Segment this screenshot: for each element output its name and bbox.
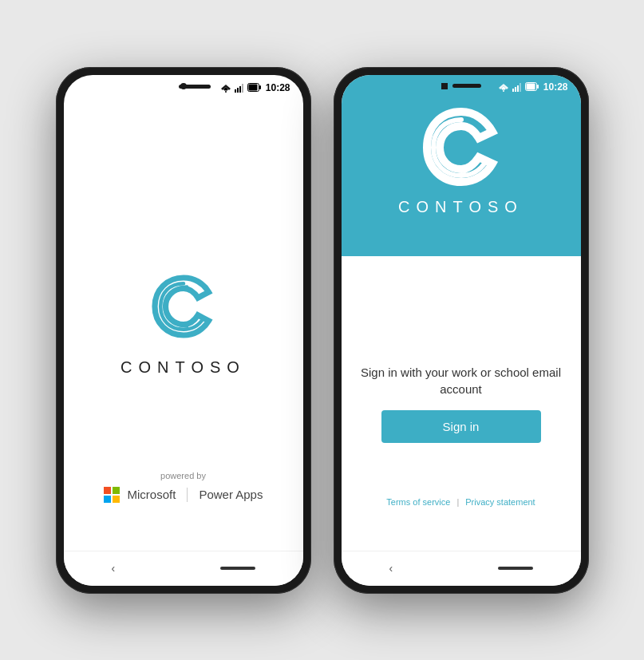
status-time-1: 10:28 <box>266 82 290 93</box>
phone-1-content: CONTOSO powered by Microsoft Powe <box>64 97 303 551</box>
contoso-logo-1 <box>148 271 219 342</box>
signal-icon <box>234 83 245 93</box>
svg-rect-23 <box>537 85 539 89</box>
svg-point-2 <box>225 91 227 93</box>
svg-rect-11 <box>113 487 120 494</box>
wifi-icon-2 <box>498 82 509 92</box>
wifi-icon <box>220 83 231 93</box>
status-time-2: 10:28 <box>543 81 568 93</box>
svg-rect-10 <box>104 487 111 494</box>
home-pill-1[interactable] <box>220 567 255 570</box>
phone-1: 10:28 CONTOSO powered by <box>56 67 311 594</box>
status-bar-1: 10:28 <box>64 75 303 97</box>
sign-in-button[interactable]: Sign in <box>381 410 541 443</box>
nav-bar-2: ‹ <box>342 551 581 586</box>
status-icons-1: 10:28 <box>220 82 290 93</box>
contoso-logo-2 <box>417 104 505 192</box>
terms-link[interactable]: Terms of service <box>386 497 450 507</box>
svg-rect-18 <box>515 87 516 92</box>
battery-icon-2 <box>525 82 539 91</box>
powered-by-label: powered by <box>160 471 206 480</box>
svg-rect-6 <box>242 84 243 93</box>
sign-in-prompt: Sign in with your work or school email a… <box>358 364 565 397</box>
scene: 10:28 CONTOSO powered by <box>56 67 589 594</box>
contoso-name-2: CONTOSO <box>398 198 523 216</box>
contoso-name-1: CONTOSO <box>121 358 246 377</box>
svg-rect-9 <box>259 85 261 89</box>
svg-rect-17 <box>512 89 514 92</box>
svg-rect-3 <box>235 89 236 93</box>
status-bar-2: 10:28 <box>342 75 581 96</box>
phone-2-screen: 10:28 CONTOSO Sign in with your work or … <box>342 75 581 586</box>
microsoft-label: Microsoft <box>128 488 176 501</box>
speaker-2 <box>452 84 481 88</box>
back-chevron-1[interactable]: ‹ <box>112 562 116 575</box>
svg-rect-12 <box>104 496 111 503</box>
svg-rect-19 <box>517 85 519 92</box>
nav-bar-1: ‹ <box>64 551 303 586</box>
powered-by-section: powered by Microsoft Power Apps <box>64 471 303 503</box>
svg-rect-13 <box>113 496 120 503</box>
ms-divider <box>187 488 188 502</box>
powerapps-label: Power Apps <box>199 488 263 501</box>
footer-links: Terms of service | Privacy statement <box>342 497 581 507</box>
svg-rect-5 <box>239 86 241 93</box>
svg-point-16 <box>503 90 504 92</box>
phone-2-header: 10:28 CONTOSO <box>342 75 581 256</box>
signal-icon-2 <box>512 82 523 92</box>
camera-dot-2 <box>441 83 448 89</box>
svg-rect-8 <box>248 85 257 91</box>
battery-icon <box>247 83 262 92</box>
speaker <box>179 85 211 89</box>
microsoft-logo-icon <box>104 487 120 503</box>
phone-1-screen: 10:28 CONTOSO powered by <box>64 75 303 586</box>
footer-separator: | <box>456 497 459 507</box>
phone-2: 10:28 CONTOSO Sign in with your work or … <box>334 67 589 594</box>
phone-2-content: Sign in with your work or school email a… <box>342 256 581 551</box>
ms-powerapps-row: Microsoft Power Apps <box>104 487 263 503</box>
svg-rect-22 <box>526 84 535 90</box>
svg-rect-4 <box>237 88 239 93</box>
back-chevron-2[interactable]: ‹ <box>389 562 393 575</box>
privacy-link[interactable]: Privacy statement <box>465 497 535 507</box>
svg-rect-20 <box>520 83 521 92</box>
home-pill-2[interactable] <box>498 567 533 570</box>
